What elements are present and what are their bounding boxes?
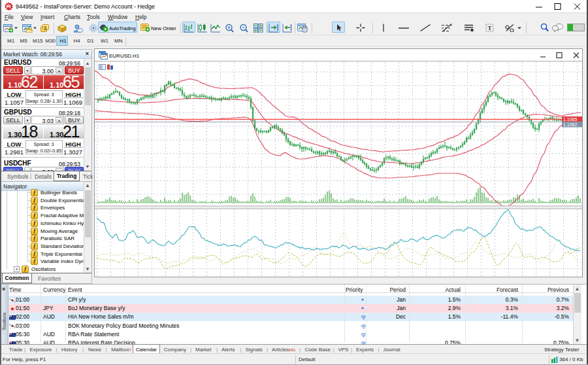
svg-text:1.1062: 1.1062 — [563, 122, 578, 127]
svg-text:$: $ — [44, 25, 47, 31]
svg-text:T: T — [487, 25, 491, 31]
svg-text:1.1065: 1.1065 — [563, 117, 578, 122]
